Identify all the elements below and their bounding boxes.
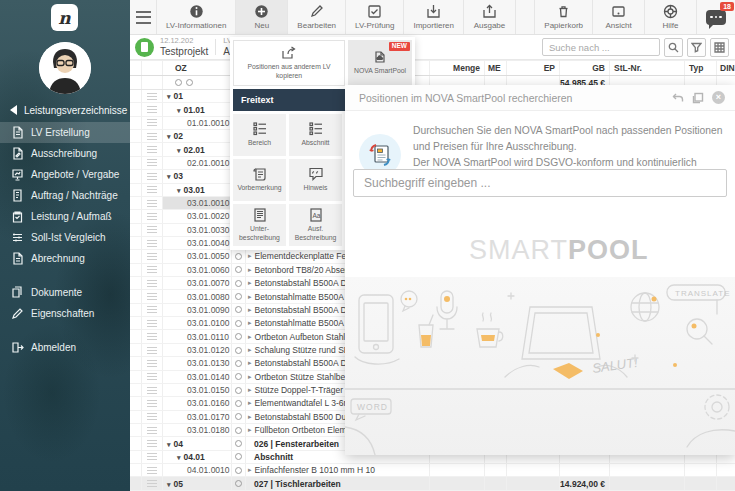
- drag-handle[interactable]: [142, 237, 163, 249]
- toolbar-lv-pruefung[interactable]: LV-Prüfung: [346, 0, 404, 34]
- sidebar-item-lv-erstellung[interactable]: LV Erstellung: [0, 122, 130, 143]
- collapse-caret-icon[interactable]: ▾: [177, 107, 181, 114]
- sidebar-item-soll-ist-vergleich[interactable]: Soll-Ist Vergleich: [0, 227, 130, 248]
- undo-icon[interactable]: [672, 92, 684, 104]
- drag-handle[interactable]: [142, 250, 163, 262]
- toolbar-hilfe[interactable]: Hilfe: [645, 0, 697, 34]
- drag-handle[interactable]: [142, 330, 163, 342]
- user-avatar[interactable]: [39, 42, 91, 94]
- drag-handle[interactable]: [142, 437, 163, 449]
- expand-arrow-icon[interactable]: ▸: [248, 346, 252, 354]
- collapse-caret-icon[interactable]: ▾: [177, 187, 181, 194]
- drag-handle[interactable]: [142, 384, 163, 396]
- drag-handle[interactable]: [142, 143, 163, 155]
- sidebar-back-link[interactable]: Leistungsverzeichnisse: [0, 101, 130, 119]
- expand-arrow-icon[interactable]: ▸: [248, 279, 252, 287]
- drag-handle[interactable]: [142, 464, 163, 476]
- expand-arrow-icon[interactable]: ▸: [248, 306, 252, 314]
- drag-handle[interactable]: [142, 117, 163, 129]
- collapse-caret-icon[interactable]: ▾: [167, 481, 171, 488]
- menu-tile-abschnitt[interactable]: Abschnitt: [289, 114, 342, 156]
- drag-handle[interactable]: [142, 224, 163, 236]
- drag-handle[interactable]: [142, 424, 163, 436]
- toolbar-papierkorb[interactable]: Papierkorb: [534, 0, 593, 34]
- search-button[interactable]: [664, 38, 683, 57]
- close-icon[interactable]: ×: [712, 91, 725, 104]
- sidebar-item-leistung-aufmaß[interactable]: Leistung / Aufmaß: [0, 206, 130, 227]
- project-info[interactable]: 12.12.202 Testprojekt: [160, 37, 208, 56]
- sidebar-item-dokumente[interactable]: Dokumente: [0, 282, 130, 303]
- expand-arrow-icon[interactable]: ▸: [248, 293, 252, 301]
- drag-handle[interactable]: [142, 157, 163, 169]
- filter-icons[interactable]: [163, 79, 193, 86]
- sidebar-item-ausschreibung[interactable]: Ausschreibung: [0, 143, 130, 164]
- menu-tile-hinweis[interactable]: Hinweis: [289, 159, 342, 201]
- menu-tile-unter-beschreibung[interactable]: Unter-beschreibung: [233, 204, 286, 246]
- drag-handle[interactable]: [142, 197, 163, 209]
- toolbar-bearbeiten[interactable]: Bearbeiten: [288, 0, 346, 34]
- expand-arrow-icon[interactable]: ▸: [248, 426, 252, 434]
- expand-icon[interactable]: [692, 92, 704, 104]
- toolbar-neu[interactable]: Neu: [236, 0, 288, 34]
- column-header-gb[interactable]: GB: [560, 61, 610, 75]
- drag-handle[interactable]: [142, 184, 163, 196]
- drag-handle[interactable]: [142, 451, 163, 463]
- column-header-me[interactable]: ME: [485, 61, 507, 75]
- expand-arrow-icon[interactable]: ▸: [248, 266, 252, 274]
- toolbar-ansicht[interactable]: Ansicht: [593, 0, 645, 34]
- drag-handle[interactable]: [142, 344, 163, 356]
- collapse-caret-icon[interactable]: ▾: [177, 454, 181, 461]
- menu-tile-vorbemerkung[interactable]: Vorbemerkung: [233, 159, 286, 201]
- column-header-menge[interactable]: Menge: [430, 61, 485, 75]
- search-input[interactable]: [542, 38, 660, 56]
- expand-arrow-icon[interactable]: ▸: [248, 399, 252, 407]
- collapse-caret-icon[interactable]: ▾: [177, 147, 181, 154]
- expand-arrow-icon[interactable]: ▸: [248, 373, 252, 381]
- nova-logo[interactable]: n: [51, 4, 78, 31]
- expand-arrow-icon[interactable]: ▸: [248, 252, 252, 260]
- drag-handle[interactable]: [142, 411, 163, 423]
- toolbar-ausgabe[interactable]: Ausgabe: [464, 0, 516, 34]
- drag-handle[interactable]: [142, 304, 163, 316]
- drag-handle[interactable]: [142, 210, 163, 222]
- sidebar-item-auftrag-nachträge[interactable]: Auftrag / Nachträge: [0, 185, 130, 206]
- drag-handle[interactable]: [142, 371, 163, 383]
- drag-handle[interactable]: [142, 130, 163, 142]
- drag-handle[interactable]: [142, 103, 163, 115]
- column-header-din[interactable]: DIN 276: [717, 61, 735, 75]
- column-header-ep[interactable]: EP: [507, 61, 560, 75]
- drag-handle[interactable]: [142, 277, 163, 289]
- menu-nova-smartpool[interactable]: NEW NOVA SmartPool: [348, 40, 412, 86]
- drag-handle[interactable]: [142, 357, 163, 369]
- chat-button[interactable]: 18: [697, 0, 735, 34]
- sidebar-item-angebote-vergabe[interactable]: Angebote / Vergabe: [0, 164, 130, 185]
- sidebar-item-abmelden[interactable]: Abmelden: [0, 337, 130, 358]
- collapse-caret-icon[interactable]: ▾: [167, 93, 171, 100]
- expand-arrow-icon[interactable]: ▸: [248, 386, 252, 394]
- drag-handle[interactable]: [142, 317, 163, 329]
- expand-arrow-icon[interactable]: ▸: [248, 413, 252, 421]
- expand-arrow-icon[interactable]: ▸: [248, 319, 252, 327]
- table-row-05[interactable]: ▾05027 | Tischlerarbeiten14.924,00 €: [130, 477, 735, 490]
- expand-arrow-icon[interactable]: ▸: [248, 333, 252, 341]
- filter-button[interactable]: [687, 38, 706, 57]
- expand-arrow-icon[interactable]: ▸: [248, 359, 252, 367]
- drag-handle[interactable]: [142, 290, 163, 302]
- sidebar-item-abrechnung[interactable]: Abrechnung: [0, 248, 130, 269]
- sidebar-item-eigenschaften[interactable]: Eigenschaften: [0, 303, 130, 324]
- smartpool-search-input[interactable]: [353, 169, 727, 197]
- columns-button[interactable]: [710, 38, 729, 57]
- menu-tile-bereich[interactable]: Bereich: [233, 114, 286, 156]
- toolbar-importieren[interactable]: Importieren: [404, 0, 463, 34]
- column-header-stl[interactable]: StL-Nr.: [610, 61, 685, 75]
- collapse-caret-icon[interactable]: ▾: [167, 173, 171, 180]
- column-header-oz[interactable]: OZ: [163, 61, 232, 75]
- column-header-typ[interactable]: Typ: [685, 61, 717, 75]
- collapse-caret-icon[interactable]: ▾: [167, 441, 171, 448]
- collapse-caret-icon[interactable]: ▾: [167, 133, 171, 140]
- menu-tile-ausf-beschreibung[interactable]: AaAusf. Beschreibung: [289, 204, 342, 246]
- drag-handle[interactable]: [142, 170, 163, 182]
- drag-handle[interactable]: [142, 90, 163, 102]
- drag-handle[interactable]: [142, 264, 163, 276]
- drag-handle[interactable]: [142, 397, 163, 409]
